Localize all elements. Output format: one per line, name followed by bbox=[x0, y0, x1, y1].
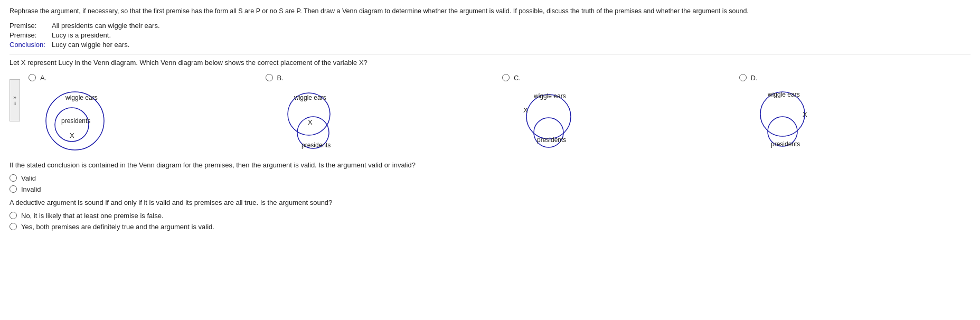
venn-b-svg: wiggle ears presidents X bbox=[271, 85, 355, 154]
invalid-radio[interactable] bbox=[10, 185, 17, 193]
validity-options: Valid Invalid bbox=[10, 174, 970, 193]
venn-a-diagram: wiggle ears presidents X bbox=[34, 85, 118, 154]
premise-label-2: Premise: bbox=[10, 31, 52, 39]
validity-post: Is the argument valid or invalid? bbox=[318, 161, 416, 169]
invalid-option[interactable]: Invalid bbox=[10, 185, 970, 193]
option-c-header: C. bbox=[502, 74, 521, 82]
sound-no-option[interactable]: No, it is likely that at least one premi… bbox=[10, 212, 970, 220]
venn-section: » ⠿ A. wiggle ears bbox=[10, 74, 970, 154]
option-d: D. wiggle ears presidents X bbox=[734, 74, 971, 154]
conclusion-label: Conclusion: bbox=[10, 41, 52, 49]
sound-yes-radio[interactable] bbox=[10, 223, 17, 230]
sound-options: No, it is likely that at least one premi… bbox=[10, 212, 970, 231]
conclusion-row: Conclusion: Lucy can wiggle her ears. bbox=[10, 41, 970, 49]
option-c-label: C. bbox=[514, 74, 521, 82]
svg-text:X: X bbox=[523, 106, 528, 114]
svg-text:presidents: presidents bbox=[301, 142, 331, 149]
sidebar-icon: » bbox=[13, 95, 16, 100]
invalid-label: Invalid bbox=[21, 185, 41, 193]
valid-option[interactable]: Valid bbox=[10, 174, 970, 182]
option-b-radio[interactable] bbox=[266, 74, 273, 81]
venn-question: Let X represent Lucy in the Venn diagram… bbox=[10, 59, 970, 67]
premise-value-1: All presidents can wiggle their ears. bbox=[52, 22, 160, 30]
premise-value-2: Lucy is a president. bbox=[52, 31, 111, 39]
option-d-radio[interactable] bbox=[739, 74, 747, 81]
venn-d-svg: wiggle ears presidents X bbox=[745, 85, 829, 154]
premise-row-2: Premise: Lucy is a president. bbox=[10, 31, 970, 39]
option-a-radio[interactable] bbox=[29, 74, 36, 81]
option-b: B. wiggle ears presidents X bbox=[260, 74, 497, 154]
option-a: A. wiggle ears presidents X bbox=[23, 74, 260, 154]
venn-b-diagram: wiggle ears presidents X bbox=[271, 85, 355, 154]
premise-row-1: Premise: All presidents can wiggle their… bbox=[10, 22, 970, 30]
venn-a-svg: wiggle ears presidents X bbox=[34, 85, 118, 154]
sound-no-label: No, it is likely that at least one premi… bbox=[21, 212, 164, 220]
venn-c-svg: wiggle ears presidents X bbox=[507, 85, 592, 154]
sound-question: A deductive argument is sound if and onl… bbox=[10, 199, 970, 206]
validity-question: If the stated conclusion is contained in… bbox=[10, 161, 970, 169]
sound-yes-option[interactable]: Yes, both premises are definitely true a… bbox=[10, 223, 970, 231]
svg-text:wiggle ears: wiggle ears bbox=[533, 92, 566, 100]
valid-radio[interactable] bbox=[10, 174, 17, 182]
svg-text:X: X bbox=[803, 110, 807, 118]
svg-text:wiggle ears: wiggle ears bbox=[294, 94, 326, 101]
conclusion-value: Lucy can wiggle her ears. bbox=[52, 41, 129, 49]
sidebar-toggle[interactable]: » ⠿ bbox=[10, 79, 20, 121]
options-row: A. wiggle ears presidents X bbox=[23, 74, 970, 154]
option-d-header: D. bbox=[739, 74, 758, 82]
validity-pre: If the stated conclusion is contained in… bbox=[10, 161, 317, 169]
option-b-header: B. bbox=[266, 74, 284, 82]
premise-label-1: Premise: bbox=[10, 22, 52, 30]
premises-table: Premise: All presidents can wiggle their… bbox=[10, 22, 970, 49]
option-a-header: A. bbox=[29, 74, 46, 82]
option-c-radio[interactable] bbox=[502, 74, 510, 81]
sound-no-radio[interactable] bbox=[10, 212, 17, 219]
option-d-label: D. bbox=[751, 74, 758, 82]
svg-text:presidents: presidents bbox=[61, 117, 90, 125]
page: Rephrase the argument, if necessary, so … bbox=[0, 0, 980, 243]
divider bbox=[10, 54, 970, 54]
svg-text:wiggle ears: wiggle ears bbox=[767, 91, 800, 98]
svg-point-15 bbox=[760, 92, 805, 136]
svg-text:X: X bbox=[70, 131, 74, 139]
option-b-label: B. bbox=[277, 74, 284, 82]
svg-text:X: X bbox=[308, 118, 313, 126]
option-c: C. wiggle ears presidents X bbox=[497, 74, 734, 154]
svg-text:wiggle ears: wiggle ears bbox=[65, 94, 98, 101]
sidebar-dots: ⠿ bbox=[13, 101, 16, 106]
option-a-label: A. bbox=[40, 74, 46, 82]
svg-point-10 bbox=[526, 95, 571, 139]
intro-text: Rephrase the argument, if necessary, so … bbox=[10, 6, 970, 16]
venn-d-diagram: wiggle ears presidents X bbox=[745, 85, 829, 154]
svg-text:presidents: presidents bbox=[537, 136, 566, 144]
sound-yes-label: Yes, both premises are definitely true a… bbox=[21, 223, 214, 231]
valid-label: Valid bbox=[21, 174, 36, 182]
venn-c-diagram: wiggle ears presidents X bbox=[507, 85, 592, 154]
svg-text:presidents: presidents bbox=[771, 140, 800, 148]
